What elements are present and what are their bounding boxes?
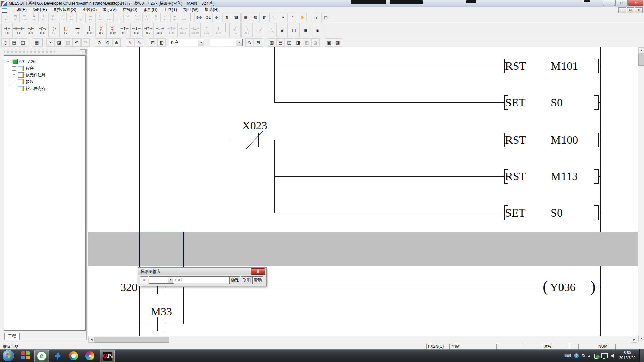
tree-item-1[interactable]: +软元件注释	[4, 72, 85, 78]
taskbar-item-squares-app[interactable]	[19, 350, 33, 361]
status-cell-2	[496, 344, 524, 349]
symbol-type-icon[interactable]: ⊣⊢	[140, 276, 148, 284]
dialog-title: 梯形图输入	[141, 269, 161, 275]
instr-operand: S0	[551, 96, 563, 109]
tree-item-3[interactable]: 软元件内存	[4, 85, 85, 92]
expand-icon[interactable]: +	[12, 73, 16, 77]
gx-developer-window: RST M101 SET S0 RST M100 RST M113 SET S0…	[0, 0, 644, 362]
selected-row-band	[88, 232, 638, 266]
taskbar-clock[interactable]: 8:50 2012/7/29	[616, 350, 638, 360]
keyboard-icon[interactable]: ⌨	[564, 353, 571, 358]
tree-item-icon	[18, 72, 24, 78]
dialog-symbol-combobox[interactable]: ▼	[149, 276, 174, 284]
instruction-input[interactable]	[174, 276, 230, 283]
bird-icon	[53, 351, 62, 360]
scroll-down-icon[interactable]: ▼	[638, 336, 644, 342]
instr-operand: M100	[551, 134, 578, 146]
step-number: 320	[120, 281, 138, 293]
tree-item-icon	[18, 79, 24, 84]
status-cell-5	[569, 344, 579, 349]
tree-item-label: 软元件注释	[25, 72, 46, 78]
status-cell-改写: 改写	[542, 344, 570, 349]
taskbar-item-fetion[interactable]	[50, 350, 64, 361]
cancel-button[interactable]: 取消	[241, 276, 252, 284]
taskbar-item-orb-browser[interactable]	[66, 350, 80, 361]
status-bar: 准备完毕 FX2N(C)本站改写NUM	[0, 343, 644, 350]
project-panel-header[interactable]: ×	[3, 49, 86, 55]
instr-operand: M101	[551, 60, 578, 72]
scroll-right-icon[interactable]: ▶	[631, 337, 637, 343]
coil-paren-right: )	[590, 278, 596, 295]
status-cell-8	[615, 344, 644, 349]
scroll-left-icon[interactable]: ◀	[88, 337, 95, 343]
instr-operand: M113	[551, 170, 578, 182]
dialog-title-bar[interactable]: 梯形图输入 X	[138, 268, 266, 275]
instr-op: SET	[505, 96, 526, 109]
tree-item-0[interactable]: +程序	[4, 65, 85, 72]
tree-item-icon	[18, 66, 24, 71]
show-desktop-button[interactable]	[639, 349, 644, 362]
project-tree: − 60T 7.26 +程序+软元件注释+参数软元件内存	[4, 55, 86, 331]
project-panel: × − 60T 7.26 +程序+软元件注释+参数软元件内存 工程	[3, 49, 87, 340]
tree-root[interactable]: − 60T 7.26	[4, 58, 85, 65]
status-cell-3	[523, 344, 543, 349]
instr-op: SET	[505, 206, 526, 219]
horizontal-scrollbar[interactable]: ◀ ▶	[88, 336, 638, 343]
panel-grip[interactable]	[4, 51, 55, 53]
green-e-browser-icon: e	[37, 351, 47, 361]
tree-item-icon	[18, 86, 24, 91]
status-cell-6	[578, 344, 598, 349]
tree-root-label: 60T 7.26	[19, 59, 35, 64]
tree-item-label: 参数	[25, 79, 34, 85]
clock-time: 8:50	[616, 350, 638, 355]
instr-op: RST	[505, 170, 526, 182]
window-switch-icon[interactable]: ⧉	[582, 353, 585, 358]
tree-item-label: 程序	[25, 66, 34, 71]
help-tray-icon[interactable]: ?	[574, 353, 579, 358]
ladder-input-dialog: 梯形图输入 X ⊣⊢ ▼ 确定 取消 帮助	[138, 267, 267, 286]
start-button[interactable]	[3, 350, 14, 361]
contact-m33-label: M33	[151, 305, 172, 318]
instr-op: RST	[505, 134, 526, 146]
tree-item-label: 软元件内存	[25, 86, 46, 92]
vertical-scrollbar[interactable]: ▲ ▼	[638, 47, 644, 342]
contact-x023-label: X023	[242, 119, 267, 132]
usb-device-icon[interactable]: ✓	[594, 353, 598, 358]
instr-operand: S0	[551, 206, 563, 219]
help-button[interactable]: 帮助	[252, 276, 263, 284]
tab-project[interactable]: 工程	[4, 333, 20, 340]
taskbar-item-browser[interactable]: e	[34, 350, 49, 362]
status-cell-NUM: NUM	[597, 344, 616, 349]
panel-close-icon[interactable]: ×	[80, 49, 86, 54]
tray-expand-icon[interactable]: ▲	[588, 354, 591, 357]
network-icon[interactable]	[601, 353, 608, 358]
coil-label: Y036	[550, 281, 576, 293]
chevron-down-icon[interactable]: ▼	[168, 277, 173, 283]
coil-paren-left: (	[543, 278, 548, 295]
speaker-icon[interactable]	[611, 353, 616, 358]
status-message: 准备完毕	[3, 344, 19, 350]
tree-item-2[interactable]: +参数	[4, 78, 85, 85]
dialog-close-button[interactable]: X	[251, 268, 265, 275]
expand-icon[interactable]: +	[12, 66, 16, 71]
taskbar-item-pinwheel[interactable]	[83, 350, 97, 361]
scroll-up-icon[interactable]: ▲	[638, 47, 644, 54]
clock-date: 2012/7/29	[616, 355, 638, 360]
horizontal-scroll-thumb[interactable]	[95, 337, 169, 343]
taskbar-item-gx-developer[interactable]: GPe	[100, 350, 115, 362]
panel-tab-bar: 工程	[3, 331, 86, 340]
windows-logo-icon	[6, 353, 11, 358]
instr-op: RST	[505, 60, 526, 72]
taskbar: e GPe ⌨ ? ⧉ ▲ ✓ 8:50 2012/7/29	[0, 349, 644, 362]
expand-icon[interactable]: +	[12, 80, 16, 84]
status-cell-FX2N(C): FX2N(C)	[426, 344, 450, 349]
pinwheel-icon	[85, 351, 94, 360]
status-cell-本站: 本站	[449, 344, 497, 349]
squares-app-icon	[21, 351, 31, 360]
gx-developer-icon: GPe	[103, 352, 112, 361]
vertical-scroll-thumb[interactable]	[638, 54, 644, 66]
system-tray: ⌨ ? ⧉ ▲ ✓	[564, 349, 616, 362]
ladder-diagram[interactable]: RST M101 SET S0 RST M100 RST M113 SET S0…	[0, 0, 644, 362]
ok-button[interactable]: 确定	[229, 276, 240, 284]
orb-browser-icon	[69, 351, 78, 360]
